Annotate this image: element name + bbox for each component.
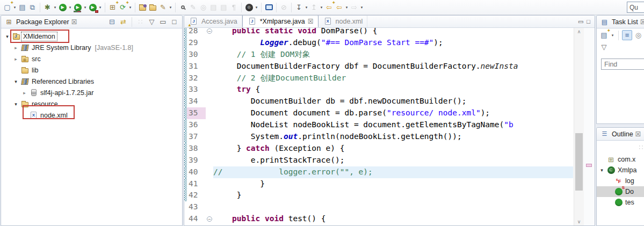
- fold-marker-icon[interactable]: −: [207, 216, 212, 222]
- categorized-icon[interactable]: ≡: [622, 30, 632, 40]
- maximize-icon[interactable]: □: [169, 17, 179, 27]
- editor-scrollbar[interactable]: ∧ ∨: [574, 28, 584, 225]
- tree-item-src[interactable]: ▸⊞src: [1, 53, 182, 64]
- focus-workweek-icon[interactable]: ◎: [633, 30, 643, 40]
- user-profile-icon[interactable]: ☺: [244, 2, 254, 12]
- editor-tab--xmlparse-java[interactable]: J*Xmlparse.java☒: [242, 15, 319, 27]
- code-line-40[interactable]: 40// logger.error("", e);: [184, 166, 573, 178]
- maximize-icon[interactable]: □: [587, 18, 590, 25]
- new-wizard-dropdown-icon[interactable]: ▾: [12, 5, 17, 10]
- back-to-icon[interactable]: ⇦✦: [324, 2, 334, 12]
- outline-item-com-x[interactable]: ⊞com.x: [597, 154, 644, 165]
- code-line-36[interactable]: 36 NodeList nodeBookList = document.getE…: [184, 119, 573, 131]
- debug-dropdown-icon[interactable]: ▾: [53, 5, 57, 10]
- forward-dropdown-icon[interactable]: ▾: [359, 5, 364, 10]
- back-icon[interactable]: ⇦: [334, 2, 344, 12]
- tree-item-referenced-libraries[interactable]: ▾Referenced Libraries: [1, 76, 182, 87]
- open-console-icon[interactable]: [264, 2, 274, 12]
- save-all-icon[interactable]: ⧉: [27, 2, 38, 12]
- run-external-dropdown-icon[interactable]: ▾: [98, 5, 103, 10]
- next-edit-location-dropdown-icon[interactable]: ▾: [319, 5, 324, 10]
- dropdown-icon[interactable]: ▽: [599, 42, 609, 52]
- coverage-icon[interactable]: ▶: [73, 2, 83, 12]
- debug-icon[interactable]: ✱: [42, 2, 53, 12]
- code-line-34[interactable]: 34 DocumentBuilder db = dbf.newDocumentB…: [184, 96, 573, 107]
- run-icon[interactable]: ▶: [57, 2, 68, 12]
- code-line-42[interactable]: 42 }: [184, 189, 573, 201]
- chevron-down-icon[interactable]: ▾: [12, 101, 20, 107]
- scrollbar-thumb[interactable]: [575, 133, 583, 191]
- code-line-38[interactable]: 38 } catch (Exception e) {: [184, 143, 573, 155]
- code-line-37[interactable]: 37 System.out.println(nodeBookList.getLe…: [184, 131, 573, 143]
- tree-item-xmldemon[interactable]: ▾JXMldemon: [1, 31, 182, 42]
- quick-access-input[interactable]: [627, 2, 644, 13]
- new-task-icon[interactable]: ▤✦: [599, 30, 609, 40]
- code-editor[interactable]: 28− public static void DomParse() {29 Lo…: [184, 28, 573, 225]
- code-line-32[interactable]: 32 // 2 创建DocumentBuilder: [184, 72, 573, 84]
- open-folder-icon[interactable]: [148, 2, 158, 12]
- tree-item-slf4j-api-1-7-25-jar[interactable]: ▸slf4j-api-1.7.25.jar: [1, 87, 182, 98]
- last-edit-location-dropdown-icon[interactable]: ▾: [304, 5, 309, 10]
- scroll-up-icon[interactable]: ∧: [574, 29, 584, 34]
- next-annotation-icon[interactable]: ▤: [219, 2, 229, 12]
- code-line-43[interactable]: 43: [184, 201, 573, 213]
- view-menu-icon[interactable]: ∷: [636, 142, 644, 152]
- open-task-icon[interactable]: [138, 2, 148, 12]
- tree-item-node-xml[interactable]: Xnode.xml: [1, 110, 182, 121]
- tree-item-resource[interactable]: ▾resource: [1, 98, 182, 110]
- new-java-project-icon[interactable]: ⊞✦: [107, 2, 118, 12]
- minimize-icon[interactable]: ▭: [578, 18, 583, 25]
- collapse-all-icon[interactable]: ⊟: [107, 17, 117, 27]
- update-project-dropdown-icon[interactable]: ▾: [128, 5, 133, 10]
- chevron-right-icon[interactable]: ▸: [20, 90, 28, 96]
- code-line-41[interactable]: 41 }: [184, 178, 573, 190]
- code-line-44[interactable]: 44− public void test() {: [184, 213, 573, 225]
- tree-item-lib[interactable]: lib: [1, 64, 182, 76]
- pen-dropdown-icon[interactable]: ▾: [168, 5, 173, 10]
- back-dropdown-icon[interactable]: ▾: [344, 5, 349, 10]
- overview-marker[interactable]: [586, 164, 592, 167]
- code-line-33[interactable]: 33 try {: [184, 84, 573, 96]
- annotate-icon[interactable]: ✎: [188, 2, 198, 12]
- outline-item-xmlpa[interactable]: ▾CXmlpa: [597, 165, 644, 176]
- code-line-35[interactable]: 35 Document document = db.parse("resourc…: [184, 107, 573, 119]
- code-line-39[interactable]: 39 e.printStackTrace();: [184, 155, 573, 166]
- outline-item-log[interactable]: sFlog: [597, 176, 644, 186]
- pen-icon[interactable]: ✎: [158, 2, 168, 12]
- prev-annotation-icon[interactable]: ▤: [208, 2, 219, 12]
- chevron-down-icon[interactable]: ▾: [12, 79, 20, 84]
- close-icon[interactable]: ☒: [635, 130, 641, 138]
- editor-tab-access-java[interactable]: J▲Access.java: [184, 15, 242, 27]
- search-torch-icon[interactable]: [178, 2, 188, 12]
- coverage-dropdown-icon[interactable]: ▾: [83, 5, 88, 10]
- code-line-31[interactable]: 31 DocumentBuilderFactory dbf = Document…: [184, 61, 573, 72]
- pin-editor-icon[interactable]: ⊘: [279, 2, 289, 12]
- chevron-right-icon[interactable]: ▸: [12, 45, 20, 50]
- scroll-down-icon[interactable]: ∨: [574, 219, 584, 224]
- editor-tab-node-xml[interactable]: Xnode.xml: [319, 15, 368, 27]
- close-icon[interactable]: ☒: [308, 18, 314, 25]
- dropdown-icon[interactable]: ▽: [147, 17, 157, 27]
- new-wizard-icon[interactable]: ▢✦: [2, 2, 12, 12]
- code-line-30[interactable]: 30 // 1 创建 DOM对象: [184, 49, 573, 61]
- outline-item-do[interactable]: SDo: [597, 186, 644, 197]
- run-last-icon[interactable]: ◎: [198, 2, 208, 12]
- link-editor-icon[interactable]: ⇄: [118, 17, 128, 27]
- chevron-down-icon[interactable]: ▾: [598, 167, 606, 173]
- minimize-icon[interactable]: ▭: [158, 17, 168, 27]
- show-whitespace-icon[interactable]: ¶: [229, 2, 239, 12]
- code-line-28[interactable]: 28− public static void DomParse() {: [184, 28, 573, 37]
- close-icon[interactable]: ☒: [640, 18, 644, 26]
- view-menu-icon[interactable]: ∷: [135, 17, 146, 27]
- new-task-dropdown-icon[interactable]: ▾: [610, 33, 615, 38]
- code-line-29[interactable]: 29 Logger.debug("#== DomParse Start ==#"…: [184, 37, 573, 49]
- update-project-icon[interactable]: ⟳✦: [118, 2, 128, 12]
- forward-icon[interactable]: ⇨: [349, 2, 359, 12]
- close-icon[interactable]: ☒: [71, 18, 77, 26]
- user-profile-dropdown-icon[interactable]: ▾: [254, 5, 259, 10]
- chevron-right-icon[interactable]: ▸: [12, 56, 20, 62]
- tree-item-jre-system-library[interactable]: ▸JRE System Library[JavaSE-1.8]: [1, 42, 182, 53]
- next-edit-location-icon[interactable]: ↥: [309, 2, 319, 12]
- task-find-input[interactable]: Find: [601, 59, 644, 70]
- run-external-icon[interactable]: ▶: [88, 2, 98, 12]
